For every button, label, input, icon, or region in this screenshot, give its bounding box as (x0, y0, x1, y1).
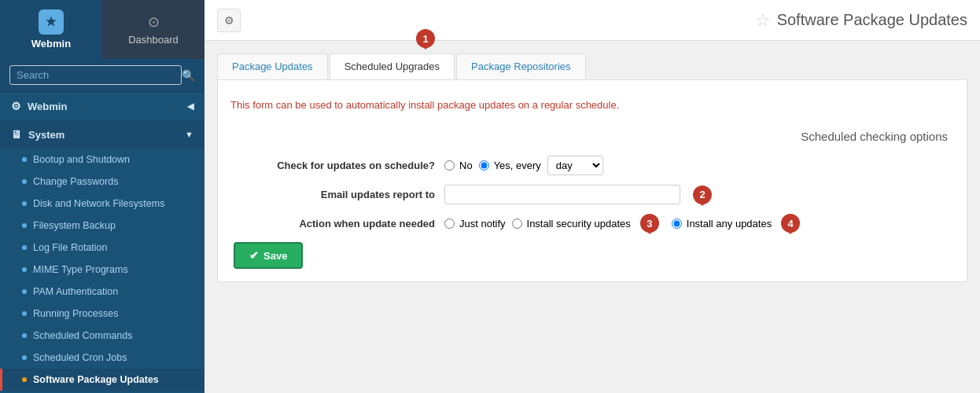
system-nav-icon: 🖥 (11, 128, 22, 141)
tab-package-updates-label: Package Updates (232, 61, 313, 72)
sidebar-item-bootup[interactable]: Bootup and Shutdown (0, 149, 204, 171)
tab-package-updates[interactable]: Package Updates (217, 53, 328, 79)
email-label: Email updates report to (230, 189, 435, 200)
sidebar-bootup-label: Bootup and Shutdown (33, 154, 130, 165)
bullet-icon (22, 179, 27, 184)
bullet-icon (22, 355, 27, 360)
sidebar-item-system[interactable]: 🖥 System ▼ (0, 120, 204, 149)
just-notify-radio[interactable] (444, 219, 455, 229)
section-title: Scheduled checking options (230, 130, 954, 143)
install-any-label: Install any updates (687, 218, 772, 230)
check-no-option[interactable]: No (444, 160, 473, 171)
sidebar-item-running-processes[interactable]: Running Processes (0, 303, 204, 325)
sidebar-running-processes-label: Running Processes (33, 308, 118, 319)
search-input[interactable] (9, 65, 182, 85)
save-label: Save (263, 250, 287, 262)
gear-button[interactable]: ⚙ (217, 9, 241, 32)
sidebar-item-disk-network[interactable]: Disk and Network Filesystems (0, 193, 204, 215)
sidebar-mime-type-label: MIME Type Programs (33, 264, 128, 275)
gear-icon: ⚙ (224, 14, 234, 27)
favorite-star-icon[interactable]: ☆ (755, 10, 771, 31)
bullet-icon (22, 311, 27, 316)
check-updates-label: Check for updates on schedule? (230, 160, 435, 171)
tab-package-repositories[interactable]: Package Repositories (456, 53, 585, 79)
sidebar-header: Webmin ⊙ Dashboard (0, 0, 204, 59)
dashboard-link[interactable]: ⊙ Dashboard (102, 0, 204, 59)
tab-bar: Package Updates Scheduled Upgrades 1 Pac… (217, 53, 967, 79)
bullet-icon (22, 377, 27, 382)
sidebar-item-software-package-updates[interactable]: Software Package Updates (0, 369, 204, 391)
sidebar-item-change-passwords[interactable]: Change Passwords (0, 171, 204, 193)
content-area: Package Updates Scheduled Upgrades 1 Pac… (204, 41, 980, 393)
sidebar-item-log-file[interactable]: Log File Rotation (0, 237, 204, 259)
bullet-icon (22, 157, 27, 162)
webmin-label: Webmin (31, 38, 71, 50)
sidebar-item-filesystem-backup[interactable]: Filesystem Backup (0, 215, 204, 237)
sidebar-item-pam-auth[interactable]: PAM Authentication (0, 281, 204, 303)
webmin-nav-icon: ⚙ (11, 100, 21, 112)
topbar: ⚙ ☆ Software Package Updates (204, 0, 980, 41)
webmin-logo-icon (39, 9, 64, 35)
bullet-icon (22, 223, 27, 228)
install-security-radio[interactable] (512, 219, 522, 229)
tab-scheduled-upgrades[interactable]: Scheduled Upgrades 1 (330, 53, 455, 79)
save-check-icon: ✔ (249, 249, 259, 262)
install-any-option[interactable]: Install any updates (672, 218, 772, 230)
system-arrow-icon: ▼ (185, 130, 193, 139)
action-label: Action when update needed (230, 218, 435, 230)
bullet-icon (22, 201, 27, 206)
search-icon: 🔍 (182, 69, 195, 82)
annotation-1: 1 (416, 41, 435, 48)
sidebar-item-mime-type[interactable]: MIME Type Programs (0, 259, 204, 281)
check-no-label: No (459, 160, 473, 171)
sidebar-item-scheduled-commands[interactable]: Scheduled Commands (0, 325, 204, 347)
dashboard-label: Dashboard (128, 34, 179, 46)
install-security-option[interactable]: Install security updates (512, 218, 631, 230)
sidebar-scheduled-commands-label: Scheduled Commands (33, 330, 132, 341)
sidebar-item-webmin[interactable]: ⚙ Webmin ◀ (0, 92, 204, 120)
dashboard-icon: ⊙ (148, 13, 160, 31)
just-notify-option[interactable]: Just notify (444, 218, 506, 230)
just-notify-label: Just notify (459, 218, 506, 230)
email-row: Email updates report to 2 (230, 185, 954, 204)
annotation-2: 2 (693, 185, 712, 204)
page-title: ☆ Software Package Updates (755, 10, 967, 31)
bullet-icon (22, 267, 27, 272)
bullet-icon (22, 333, 27, 338)
form-card: This form can be used to automatically i… (217, 79, 967, 282)
action-row: Action when update needed Just notify In… (230, 214, 954, 233)
email-input[interactable] (444, 185, 680, 204)
sidebar: Webmin ⊙ Dashboard 🔍 ⚙ Webmin ◀ 🖥 System… (0, 0, 204, 393)
check-yes-label: Yes, every (494, 160, 541, 171)
sidebar-search-bar: 🔍 (0, 59, 204, 92)
sidebar-log-file-label: Log File Rotation (33, 242, 108, 253)
annotation-3: 3 (640, 214, 659, 233)
check-yes-option[interactable]: Yes, every (479, 160, 541, 171)
sidebar-disk-network-label: Disk and Network Filesystems (33, 198, 164, 209)
tab-scheduled-upgrades-label: Scheduled Upgrades (344, 61, 440, 72)
form-description: This form can be used to automatically i… (230, 93, 954, 117)
sidebar-filesystem-backup-label: Filesystem Backup (33, 220, 116, 231)
sidebar-change-passwords-label: Change Passwords (33, 176, 118, 187)
annotation-4: 4 (781, 214, 800, 233)
page-title-text: Software Package Updates (777, 11, 967, 29)
sidebar-item-scheduled-cron[interactable]: Scheduled Cron Jobs (0, 347, 204, 369)
action-controls: Just notify Install security updates 3 I… (444, 214, 954, 233)
sidebar-webmin-label: Webmin (28, 101, 67, 112)
webmin-logo[interactable]: Webmin (0, 0, 102, 59)
email-controls: 2 (444, 185, 954, 204)
install-security-label: Install security updates (527, 218, 631, 230)
period-select[interactable]: day week month hour (547, 156, 603, 175)
check-updates-controls: No Yes, every day week month hour (444, 156, 954, 175)
check-yes-radio[interactable] (479, 160, 489, 171)
save-button[interactable]: ✔ Save (234, 242, 303, 269)
sidebar-scheduled-cron-label: Scheduled Cron Jobs (33, 352, 127, 363)
sidebar-software-package-updates-label: Software Package Updates (33, 374, 159, 385)
bullet-icon (22, 245, 27, 250)
save-row: ✔ Save (230, 242, 954, 269)
check-updates-row: Check for updates on schedule? No Yes, e… (230, 156, 954, 175)
check-no-radio[interactable] (444, 160, 455, 171)
main-content: ⚙ ☆ Software Package Updates Package Upd… (204, 0, 980, 393)
sidebar-pam-auth-label: PAM Authentication (33, 286, 118, 297)
install-any-radio[interactable] (672, 219, 682, 229)
